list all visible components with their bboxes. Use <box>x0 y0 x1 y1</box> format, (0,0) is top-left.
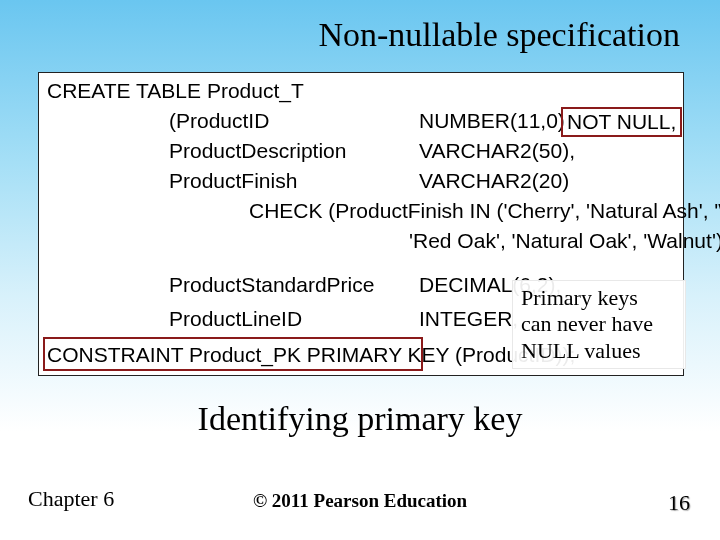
sql-col4-name: ProductStandardPrice <box>169 273 374 297</box>
annotation-line3: NULL values <box>521 338 641 363</box>
footer-copyright: © 2011 Pearson Education <box>0 490 720 512</box>
sql-check-line1: CHECK (ProductFinish IN ('Cherry', 'Natu… <box>249 199 720 223</box>
sql-col2-name: ProductDescription <box>169 139 346 163</box>
sql-col5-name: ProductLineID <box>169 307 302 331</box>
sql-col3-type: VARCHAR2(20) <box>419 169 569 193</box>
slide: Non-nullable specification CREATE TABLE … <box>0 0 720 540</box>
sql-create: CREATE TABLE Product_T <box>47 79 304 103</box>
primary-key-highlight-box <box>43 337 423 371</box>
annotation-line2: can never have <box>521 311 653 336</box>
sql-col1-type: NUMBER(11,0) <box>419 109 565 133</box>
annotation-box: Primary keys can never have NULL values <box>512 280 686 369</box>
sql-col5-type: INTEGER, <box>419 307 518 331</box>
annotation-line1: Primary keys <box>521 285 638 310</box>
sql-col1-name: (ProductID <box>169 109 269 133</box>
sql-col1-constraint-box: NOT NULL, <box>561 107 682 137</box>
heading-bottom: Identifying primary key <box>0 400 720 438</box>
heading-top: Non-nullable specification <box>0 16 680 54</box>
sql-col3-name: ProductFinish <box>169 169 297 193</box>
footer-page-number: 16 <box>668 490 690 516</box>
sql-col2-type: VARCHAR2(50), <box>419 139 575 163</box>
sql-check-line2: 'Red Oak', 'Natural Oak', 'Walnut')), <box>409 229 720 253</box>
